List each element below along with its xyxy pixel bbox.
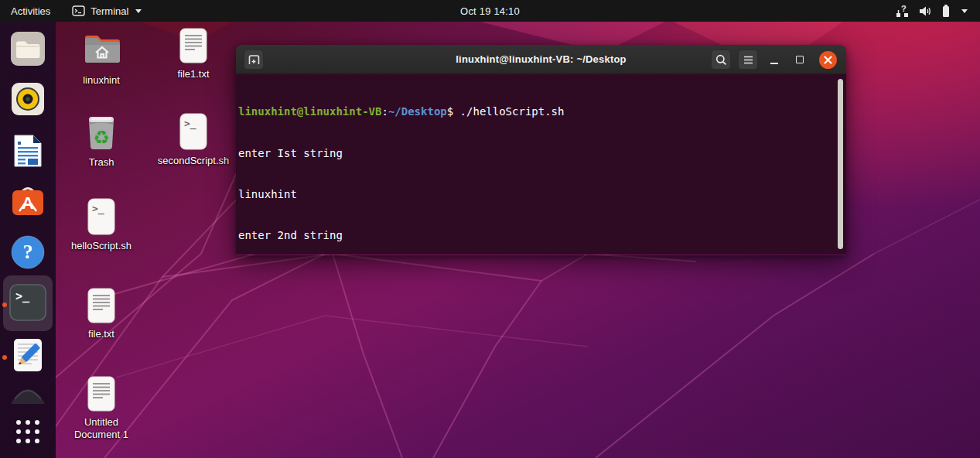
icon-label: helloScript.sh [59, 240, 144, 252]
dock: A ? >_ [0, 22, 56, 458]
dock-item-ubuntu-software[interactable]: A [9, 183, 47, 221]
text-file-icon [59, 374, 144, 413]
chevron-down-icon [961, 9, 968, 13]
terminal-output: linuxhint@linuxhint-VB:~/Desktop$ ./hell… [236, 74, 846, 255]
dock-item-dome-app[interactable] [9, 384, 47, 405]
text-file-icon [151, 26, 236, 65]
icon-label: file.txt [59, 328, 144, 340]
svg-text:>_: >_ [15, 289, 30, 303]
text-editor-icon [10, 337, 46, 374]
terminal-scrollbar[interactable] [838, 79, 843, 249]
terminal-line: enter 2nd string [238, 229, 832, 243]
dock-item-files[interactable] [9, 29, 47, 68]
volume-icon [919, 5, 932, 17]
desktop-icon-secondscript-sh[interactable]: >_ secondScript.sh [151, 111, 236, 167]
maximize-icon [796, 56, 804, 63]
desktop-icon-untitled-document-1[interactable]: Untitled Document 1 [59, 374, 144, 441]
svg-text:♻: ♻ [93, 127, 110, 149]
minimize-button[interactable] [765, 50, 784, 70]
terminal-icon: >_ [9, 283, 47, 322]
dock-item-help[interactable]: ? [9, 233, 47, 272]
desktop-icon-trash[interactable]: ♻ Trash [59, 113, 144, 169]
desktop-icon-linuxhint[interactable]: linuxhint [59, 28, 144, 87]
rhythmbox-icon [9, 80, 46, 118]
hamburger-menu-icon [743, 56, 753, 64]
help-icon: ? [9, 234, 46, 271]
close-icon [824, 56, 832, 64]
tab-new-icon [248, 53, 261, 66]
icon-label: Trash [59, 156, 144, 169]
battery-icon [941, 4, 951, 18]
folder-home-icon [59, 28, 144, 71]
search-icon [715, 54, 727, 66]
icon-label: Untitled Document 1 [59, 416, 144, 441]
svg-text:?: ? [23, 241, 33, 263]
shell-script-icon: >_ [59, 197, 144, 237]
desktop-icon-file1-txt[interactable]: file1.txt [151, 26, 236, 80]
desktop-icon-helloscript-sh[interactable]: >_ helloScript.sh [59, 197, 144, 252]
terminal-line: linuxhint@linuxhint-VB:~/Desktop$ ./hell… [238, 105, 832, 119]
svg-text:A: A [22, 193, 34, 213]
ubuntu-software-icon: A [9, 183, 46, 220]
icon-label: linuxhint [59, 74, 144, 87]
text-editor-running-dot [2, 355, 7, 360]
terminal-line: enter Ist string [238, 147, 832, 161]
trash-icon: ♻ [59, 113, 144, 153]
svg-text:>_: >_ [92, 203, 104, 215]
dock-item-text-editor[interactable] [9, 336, 47, 374]
libreoffice-writer-icon [11, 132, 45, 169]
top-bar: Activities Terminal Oct 19 14:10 [0, 0, 980, 22]
shell-script-icon: >_ [151, 111, 236, 152]
network-icon: ? [895, 5, 910, 18]
terminal-line: linuxhint [238, 188, 832, 202]
minimize-icon [770, 63, 778, 64]
terminal-running-dot [2, 302, 7, 307]
search-button[interactable] [711, 50, 731, 70]
menu-button[interactable] [738, 50, 758, 70]
dock-item-libreoffice-writer[interactable] [9, 132, 47, 170]
maximize-button[interactable] [790, 50, 809, 70]
screen: Activities Terminal Oct 19 14:10 [0, 0, 980, 458]
terminal-titlebar[interactable]: linuxhint@linuxhint-VB: ~/Desktop [236, 45, 846, 74]
show-applications-icon [12, 416, 43, 447]
new-tab-button[interactable] [244, 50, 264, 70]
dome-app-icon [10, 385, 46, 404]
clock[interactable]: Oct 19 14:10 [0, 5, 980, 17]
text-file-icon [59, 286, 144, 325]
svg-text:>_: >_ [184, 118, 196, 130]
icon-label: secondScript.sh [151, 155, 236, 167]
desktop-icon-file-txt[interactable]: file.txt [59, 286, 144, 340]
svg-text:?: ? [901, 5, 907, 13]
dock-item-terminal[interactable]: >_ [9, 283, 47, 322]
terminal-content[interactable]: linuxhint@linuxhint-VB:~/Desktop$ ./hell… [236, 74, 846, 255]
dock-item-show-applications[interactable] [9, 412, 47, 451]
icon-label: file1.txt [151, 68, 236, 80]
system-tray[interactable]: ? [890, 0, 972, 22]
close-button[interactable] [819, 51, 837, 69]
files-icon [9, 30, 46, 67]
terminal-window: linuxhint@linuxhint-VB: ~/Desktop [236, 45, 846, 255]
dock-item-rhythmbox[interactable] [9, 80, 47, 118]
